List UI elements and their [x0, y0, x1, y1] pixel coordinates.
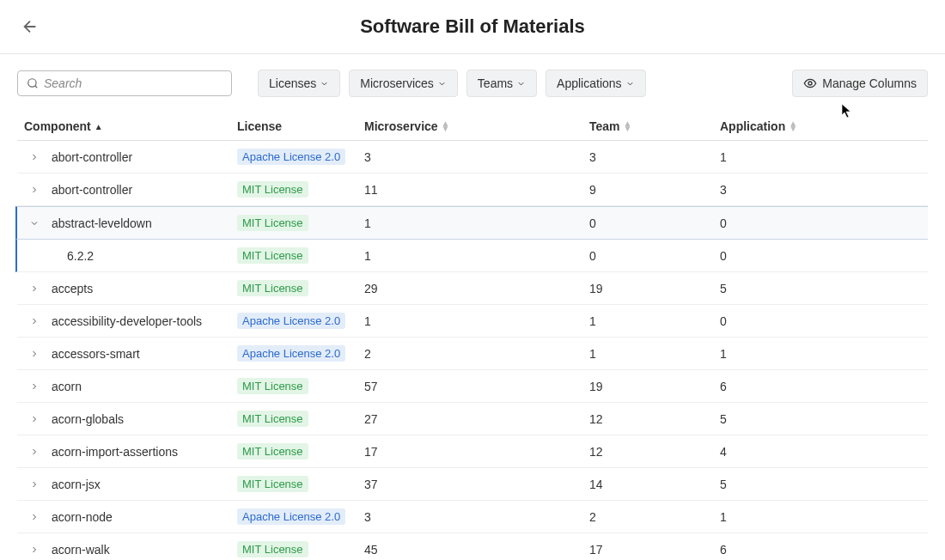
- table-row[interactable]: 6.2.2MIT License100: [15, 240, 928, 272]
- microservice-count: 3: [364, 150, 589, 164]
- component-name: accepts: [52, 282, 237, 295]
- filter-licenses-label: Licenses: [269, 76, 316, 90]
- table-row[interactable]: acorn-import-assertionsMIT License17124: [17, 435, 928, 468]
- license-cell: MIT License: [237, 181, 364, 198]
- license-cell: Apache License 2.0: [237, 345, 364, 362]
- col-license[interactable]: License: [237, 119, 364, 133]
- component-name: acorn-node: [52, 510, 237, 524]
- microservice-count: 37: [364, 478, 589, 491]
- col-team-label: Team: [589, 119, 620, 133]
- application-count: 4: [720, 445, 928, 459]
- license-cell: Apache License 2.0: [237, 313, 364, 329]
- expand-toggle[interactable]: [17, 316, 52, 326]
- license-badge[interactable]: MIT License: [237, 280, 308, 296]
- manage-columns-button[interactable]: Manage Columns: [792, 70, 928, 97]
- license-cell: MIT License: [237, 215, 364, 231]
- team-count: 12: [589, 445, 720, 459]
- license-badge[interactable]: MIT License: [237, 541, 308, 557]
- team-count: 12: [589, 412, 720, 426]
- filter-licenses[interactable]: Licenses: [258, 70, 340, 97]
- team-count: 3: [589, 150, 720, 164]
- chevron-down-icon: [625, 79, 635, 88]
- license-badge[interactable]: MIT License: [237, 181, 308, 198]
- expand-toggle[interactable]: [17, 512, 52, 522]
- license-badge[interactable]: MIT License: [237, 215, 308, 231]
- license-badge[interactable]: MIT License: [237, 476, 308, 492]
- expand-toggle[interactable]: [17, 447, 52, 457]
- license-cell: MIT License: [237, 411, 364, 427]
- table-row[interactable]: accessibility-developer-toolsApache Lice…: [17, 305, 928, 338]
- search-input[interactable]: [44, 76, 223, 90]
- license-badge[interactable]: MIT License: [237, 378, 308, 394]
- microservice-count: 1: [364, 314, 589, 328]
- license-badge[interactable]: MIT License: [237, 247, 308, 264]
- license-badge[interactable]: Apache License 2.0: [237, 508, 345, 525]
- table-header: Component ▲ License Microservice ▲▼ Team…: [17, 113, 928, 141]
- license-badge[interactable]: Apache License 2.0: [237, 345, 345, 362]
- application-count: 5: [720, 478, 928, 491]
- license-badge[interactable]: MIT License: [237, 411, 308, 427]
- table-row[interactable]: abort-controllerMIT License1193: [17, 173, 928, 206]
- expand-toggle[interactable]: [17, 479, 52, 490]
- component-name: abstract-leveldown: [52, 216, 237, 230]
- table-row[interactable]: acceptsMIT License29195: [17, 272, 928, 305]
- filter-teams-label: Teams: [478, 76, 513, 90]
- expand-toggle[interactable]: [17, 283, 52, 294]
- table-row[interactable]: acorn-nodeApache License 2.0321: [17, 501, 928, 533]
- table-row[interactable]: accessors-smartApache License 2.0211: [17, 338, 928, 370]
- application-count: 1: [720, 347, 928, 361]
- microservice-count: 57: [364, 380, 589, 393]
- component-name: accessors-smart: [52, 347, 237, 361]
- application-count: 0: [720, 314, 928, 328]
- filter-teams[interactable]: Teams: [466, 70, 537, 97]
- microservice-count: 29: [364, 282, 589, 295]
- svg-point-0: [28, 79, 36, 87]
- microservice-count: 27: [364, 412, 589, 426]
- expand-toggle[interactable]: [17, 218, 52, 228]
- col-application-label: Application: [720, 119, 785, 133]
- expand-toggle[interactable]: [17, 545, 52, 555]
- col-component[interactable]: Component ▲: [17, 119, 237, 133]
- microservice-count: 1: [364, 249, 589, 263]
- table-row[interactable]: acorn-globalsMIT License27125: [17, 403, 928, 435]
- team-count: 1: [589, 314, 720, 328]
- license-cell: MIT License: [237, 378, 364, 394]
- license-badge[interactable]: Apache License 2.0: [237, 313, 345, 329]
- license-badge[interactable]: Apache License 2.0: [237, 149, 345, 165]
- col-team[interactable]: Team ▲▼: [589, 119, 720, 133]
- application-count: 1: [720, 510, 928, 524]
- chevron-down-icon: [320, 79, 329, 88]
- microservice-count: 45: [364, 543, 589, 557]
- col-application[interactable]: Application ▲▼: [720, 119, 928, 133]
- search-icon: [27, 77, 39, 89]
- expand-toggle[interactable]: [17, 185, 52, 195]
- expand-toggle[interactable]: [17, 152, 52, 162]
- col-microservice[interactable]: Microservice ▲▼: [364, 119, 589, 133]
- team-count: 9: [589, 183, 720, 197]
- team-count: 2: [589, 510, 720, 524]
- component-name: acorn-walk: [52, 543, 237, 557]
- back-button[interactable]: [21, 17, 40, 36]
- application-count: 5: [720, 412, 928, 426]
- filter-applications[interactable]: Applications: [546, 70, 646, 97]
- page-title: Software Bill of Materials: [360, 15, 585, 38]
- application-count: 3: [720, 183, 928, 197]
- license-cell: MIT License: [237, 280, 364, 296]
- expand-toggle[interactable]: [17, 414, 52, 424]
- search-input-wrapper[interactable]: [17, 70, 232, 96]
- filter-microservices[interactable]: Microservices: [349, 70, 458, 97]
- table-row[interactable]: acornMIT License57196: [17, 370, 928, 403]
- team-count: 0: [589, 249, 720, 263]
- table-row[interactable]: abstract-leveldownMIT License100: [15, 206, 928, 240]
- expand-toggle[interactable]: [17, 349, 52, 359]
- microservice-count: 3: [364, 510, 589, 524]
- microservice-count: 2: [364, 347, 589, 361]
- sort-icon: ▲▼: [789, 121, 797, 131]
- sort-icon: ▲▼: [442, 121, 450, 131]
- expand-toggle[interactable]: [17, 381, 52, 392]
- license-badge[interactable]: MIT License: [237, 443, 308, 460]
- table-row[interactable]: acorn-jsxMIT License37145: [17, 468, 928, 501]
- component-name: accessibility-developer-tools: [52, 314, 237, 328]
- table-row[interactable]: abort-controllerApache License 2.0331: [17, 141, 928, 173]
- table-row[interactable]: acorn-walkMIT License45176: [17, 533, 928, 560]
